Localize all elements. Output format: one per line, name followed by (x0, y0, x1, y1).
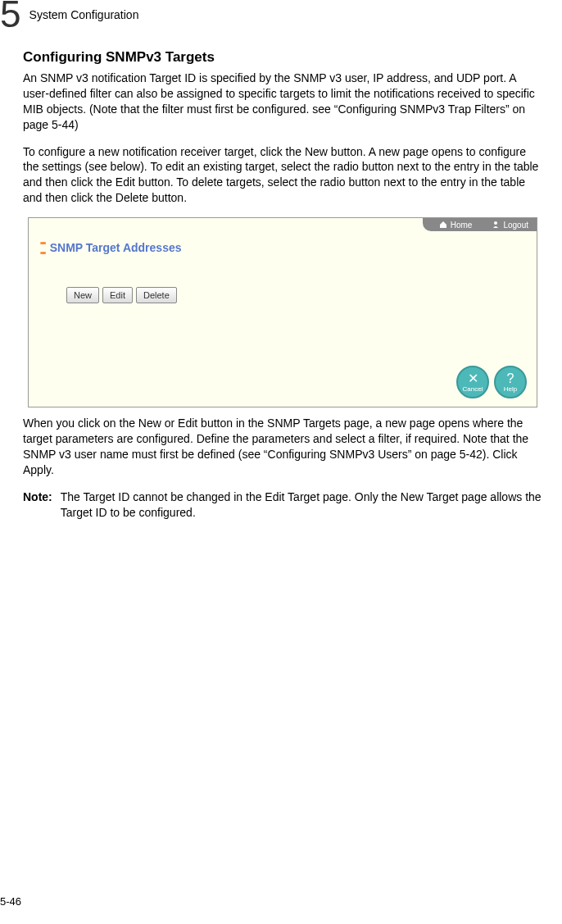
section-heading: Configuring SNMPv3 Targets (23, 49, 542, 66)
cancel-icon: ✕ (468, 372, 478, 385)
note-label: Note: (23, 489, 52, 521)
page-number: 5-46 (0, 895, 21, 908)
chapter-title: System Configuration (29, 8, 139, 21)
panel-title: SNMP Target Addresses (50, 241, 182, 254)
cancel-button[interactable]: ✕ Cancel (456, 366, 489, 398)
page-header: 5 System Configuration (0, 0, 562, 33)
paragraph-1: An SNMP v3 notification Target ID is spe… (23, 71, 542, 133)
logout-icon (492, 221, 500, 229)
main-content: Configuring SNMPv3 Targets An SNMP v3 no… (0, 49, 562, 520)
logout-label: Logout (503, 221, 528, 230)
logout-link[interactable]: Logout (475, 218, 537, 231)
note-text: The Target ID cannot be changed in the E… (61, 489, 542, 521)
cancel-label: Cancel (463, 385, 483, 393)
action-icons: ✕ Cancel ? Help (456, 366, 527, 398)
help-label: Help (504, 385, 517, 393)
new-button[interactable]: New (66, 287, 99, 303)
button-row: New Edit Delete (66, 287, 537, 303)
note-block: Note: The Target ID cannot be changed in… (23, 489, 542, 521)
screenshot-panel: Home Logout ▪▪▪▪▪▪ SNMP Target Addresses… (28, 217, 537, 407)
help-button[interactable]: ? Help (494, 366, 527, 398)
home-link[interactable]: Home (423, 218, 481, 231)
top-tabs: Home Logout (423, 218, 537, 231)
chapter-number: 5 (0, 0, 21, 33)
home-icon (439, 221, 447, 229)
home-label: Home (451, 221, 473, 230)
grid-icon: ▪▪▪▪▪▪ (40, 238, 45, 257)
edit-button[interactable]: Edit (102, 287, 133, 303)
svg-point-0 (494, 221, 497, 225)
help-icon: ? (507, 372, 514, 385)
paragraph-2: To configure a new notification receiver… (23, 144, 542, 207)
paragraph-3: When you click on the New or Edit button… (23, 416, 542, 478)
delete-button[interactable]: Delete (136, 287, 177, 303)
